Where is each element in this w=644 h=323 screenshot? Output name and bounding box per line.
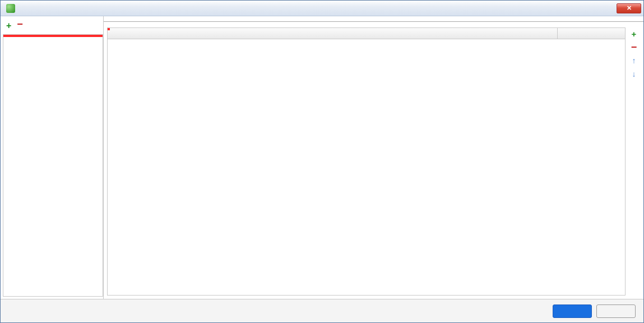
remove-dependency-icon[interactable]: − [629,42,639,52]
table-side-tools: + − ↑ ↓ [628,27,640,296]
annotation-box-sidebar [3,35,103,37]
add-module-icon[interactable]: + [6,21,11,31]
sidebar-toolbar: + − [3,19,103,34]
titlebar: ✕ [1,1,643,16]
remove-module-icon[interactable]: − [17,21,23,31]
table-header [108,28,625,39]
sidebar: + − [1,16,104,299]
app-icon [6,4,15,13]
content: + − ↑ ↓ [104,22,643,299]
close-button[interactable]: ✕ [617,3,641,13]
cancel-button[interactable] [596,304,636,318]
sidebar-list [3,34,103,297]
project-structure-window: ✕ + − [0,0,644,323]
ok-button[interactable] [553,304,592,318]
table-rows [108,39,625,295]
footer [1,299,643,322]
add-dependency-icon[interactable]: + [629,29,639,39]
table-header-blank [108,28,558,39]
move-down-icon[interactable]: ↓ [629,69,639,79]
body: + − [1,16,643,299]
main-panel: + − ↑ ↓ [104,16,643,299]
move-up-icon[interactable]: ↑ [629,56,639,66]
dependency-table [107,27,626,296]
scope-header [558,28,625,39]
